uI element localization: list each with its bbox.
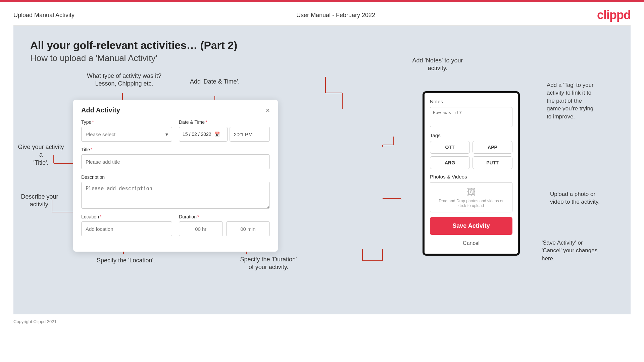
location-group: Location* (81, 214, 172, 236)
upload-icon: 🖼 (467, 187, 476, 197)
title-input[interactable] (81, 154, 270, 169)
type-datetime-row: Type* Please select ▾ Date & Time* (81, 119, 270, 142)
upload-text-2: click to upload (458, 203, 484, 208)
tag-ott[interactable]: OTT (430, 141, 470, 154)
duration-group: Duration* (179, 214, 270, 236)
description-input[interactable] (81, 182, 270, 209)
add-activity-modal: Add Activity × Type* Please select ▾ (73, 100, 278, 252)
annotation-duration: Specify the 'Duration' of your activity. (221, 256, 315, 271)
datetime-group: Date & Time* 15 / 02 / 2022 📅 2:21 PM (179, 119, 270, 142)
modal-close-button[interactable]: × (266, 107, 270, 114)
type-select[interactable]: Please select (81, 127, 172, 142)
description-label: Description (81, 174, 270, 180)
cancel-button[interactable]: Cancel (430, 238, 512, 248)
save-activity-button[interactable]: Save Activity (430, 217, 512, 235)
type-select-wrapper: Please select ▾ (81, 127, 172, 142)
calendar-icon: 📅 (214, 132, 220, 137)
tags-section-label: Tags (430, 133, 512, 138)
duration-inputs (179, 221, 270, 236)
title-label: Title* (81, 147, 270, 152)
time-value: 2:21 PM (234, 132, 253, 137)
annotation-notes: Add 'Notes' to your activity. (401, 57, 475, 72)
annotation-title: Give your activity a 'Title'. (16, 143, 66, 167)
footer: Copyright Clippd 2021 (0, 314, 644, 329)
date-time-inputs: 15 / 02 / 2022 📅 2:21 PM (179, 127, 270, 142)
phone-mockup: Notes Tags OTT APP ARG PUTT Photos & Vid… (423, 91, 520, 256)
logo: clippd (597, 8, 631, 22)
annotation-location: Specify the 'Location'. (91, 257, 161, 264)
upload-text-1: Drag and Drop photos and videos or (439, 199, 503, 203)
description-group: Description (81, 174, 270, 209)
modal-header: Add Activity × (73, 100, 278, 119)
annotation-upload: Upload a photo or video to the activity. (550, 190, 627, 206)
modal-title: Add Activity (81, 106, 120, 114)
date-value: 15 / 02 / 2022 (183, 132, 211, 137)
duration-min-input[interactable] (226, 221, 270, 236)
modal-body: Type* Please select ▾ Date & Time* (73, 119, 278, 236)
location-label: Location* (81, 214, 172, 219)
photos-upload-box[interactable]: 🖼 Drag and Drop photos and videos or cli… (430, 182, 512, 212)
time-input[interactable]: 2:21 PM (230, 127, 270, 142)
location-input[interactable] (81, 221, 172, 236)
tag-arg[interactable]: ARG (430, 156, 470, 169)
location-duration-row: Location* Duration* (81, 214, 270, 236)
annotation-date-time: Add 'Date & Time'. (185, 78, 245, 86)
header: Upload Manual Activity User Manual - Feb… (0, 2, 644, 25)
duration-hr-input[interactable] (179, 221, 223, 236)
page-heading: All your golf-relevant activities… (Part… (30, 39, 614, 63)
tag-app[interactable]: APP (473, 141, 512, 154)
phone-inner: Notes Tags OTT APP ARG PUTT Photos & Vid… (425, 93, 518, 254)
type-label: Type* (81, 119, 172, 125)
annotation-activity-type: What type of activity was it? Lesson, Ch… (86, 72, 163, 88)
date-input[interactable]: 15 / 02 / 2022 📅 (179, 127, 228, 142)
tag-putt[interactable]: PUTT (473, 156, 512, 169)
page-title: Upload Manual Activity (13, 12, 75, 19)
main-content: All your golf-relevant activities… (Part… (13, 26, 631, 314)
annotation-save: 'Save Activity' or 'Cancel' your changes… (542, 239, 627, 262)
notes-section-label: Notes (430, 99, 512, 104)
title-group: Title* (81, 147, 270, 169)
duration-label: Duration* (179, 214, 270, 219)
type-group: Type* Please select ▾ (81, 119, 172, 142)
photos-section-label: Photos & Videos (430, 174, 512, 179)
annotation-description: Describe your activity. (16, 193, 63, 209)
copyright: Copyright Clippd 2021 (13, 319, 57, 324)
annotation-tag: Add a 'Tag' to your activity to link it … (547, 81, 627, 120)
datetime-label: Date & Time* (179, 119, 270, 125)
document-title: User Manual - February 2022 (296, 12, 375, 19)
tags-grid: OTT APP ARG PUTT (430, 141, 512, 169)
notes-textarea[interactable] (430, 107, 512, 127)
